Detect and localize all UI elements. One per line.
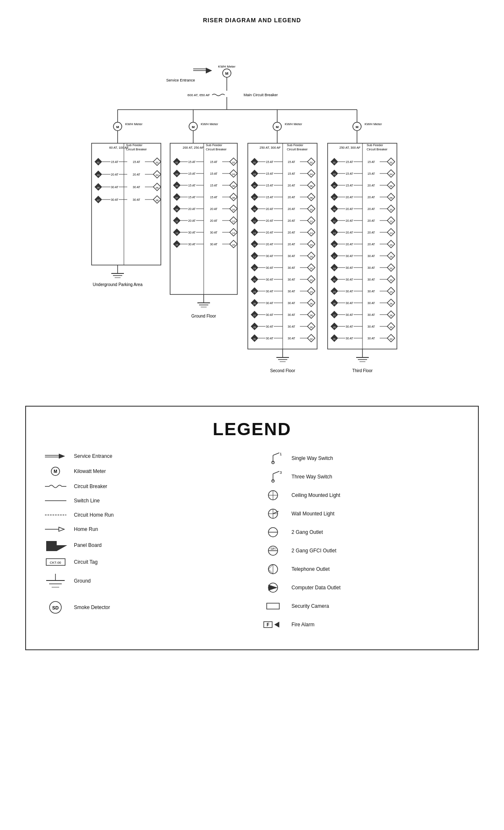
svg-text:30 AT: 30 AT [288,337,295,340]
svg-text:12: 12 [390,220,393,223]
svg-text:20 AT: 20 AT [346,196,353,199]
svg-text:20 AT: 20 AT [368,243,375,246]
svg-text:07: 07 [333,197,336,199]
legend-item-kwh: M Kilowatt Meter [43,466,244,476]
svg-text:06: 06 [390,185,393,187]
svg-text:15 AT: 15 AT [210,160,218,163]
svg-marker-471 [59,454,65,459]
legend-label-single-switch: Single Way Switch [291,455,333,461]
svg-text:20 AT: 20 AT [368,208,375,210]
legend-item-gfci-outlet: GFI 2 Gang GFCI Outlet [260,544,461,557]
svg-text:30 AT: 30 AT [368,266,375,269]
legend-item-switch-line: Switch Line [43,496,244,505]
svg-text:GFI: GFI [270,547,276,550]
svg-text:05: 05 [176,185,178,187]
svg-text:02: 02 [156,161,159,164]
svg-text:06: 06 [156,186,159,189]
svg-text:20 AT: 20 AT [346,231,353,234]
legend-item-security-camera: Security Camera [260,600,461,612]
svg-text:10: 10 [232,208,235,211]
svg-marker-479 [59,527,64,531]
legend-item-circuit-home-run: Circuit Home Run [43,511,244,519]
svg-marker-482 [57,545,67,551]
svg-text:200 AT, 250 AF: 200 AT, 250 AF [183,146,204,150]
svg-text:04: 04 [156,174,159,176]
legend-label-wall-light: Wall Mounted Light [291,511,334,517]
legend-label-computer-outlet: Computer Data Outlet [291,585,341,591]
legend-item-ceiling-light: Ceiling Mounted Light [260,489,461,502]
page-title: RISER DIAGRAM AND LEGEND [25,17,479,24]
legend-label-2gang-outlet: 2 Gang Outlet [291,529,323,535]
svg-text:17: 17 [333,255,336,258]
svg-text:19: 19 [253,267,256,270]
single-switch-icon: 1 [260,452,286,465]
legend-label-switch-line: Switch Line [74,498,100,504]
svg-text:KWH Meter: KWH Meter [201,122,218,126]
svg-text:30 AT: 30 AT [111,198,118,201]
three-switch-icon: 3 [260,470,286,483]
svg-text:15: 15 [176,244,178,246]
svg-text:30 AT: 30 AT [266,255,273,257]
circuit-tag-icon: CKT-00 [43,557,68,567]
svg-text:18: 18 [390,255,393,258]
legend-item-panel-board: Panel Board [43,539,244,551]
svg-text:Sub Feeder: Sub Feeder [287,143,304,147]
legend-item-ground: Ground [43,573,244,594]
legend-label-smoke-detector: Smoke Detector [74,604,110,610]
svg-text:03: 03 [333,173,336,176]
svg-text:30 AT: 30 AT [346,278,353,281]
legend-label-circuit-breaker: Circuit Breaker [74,483,107,489]
svg-text:30: 30 [390,326,393,328]
telephone-outlet-icon [260,563,286,575]
svg-text:03: 03 [253,173,256,176]
svg-text:15: 15 [333,244,336,246]
svg-text:15 AT: 15 AT [266,172,273,175]
svg-marker-512 [268,565,273,574]
svg-text:F: F [266,622,269,627]
legend-item-fire-alarm: F Fire Alarm [260,618,461,631]
svg-text:08: 08 [232,197,235,199]
svg-text:SD: SD [52,605,58,610]
svg-text:30 AT: 30 AT [288,302,295,305]
svg-text:30 AT: 30 AT [346,302,353,305]
svg-text:KWH Meter: KWH Meter [125,122,143,126]
svg-text:15 AT: 15 AT [288,160,295,163]
svg-text:20 AT: 20 AT [346,219,353,222]
svg-text:09: 09 [176,208,178,211]
svg-text:1: 1 [280,452,282,456]
svg-text:14: 14 [232,232,235,234]
svg-text:07: 07 [97,199,100,202]
svg-text:30 AT: 30 AT [346,266,353,269]
svg-text:05: 05 [97,186,100,189]
switch-line-icon [43,496,68,505]
svg-text:30 AT: 30 AT [266,313,273,316]
svg-text:31: 31 [333,338,336,340]
svg-text:25: 25 [253,302,256,305]
svg-text:17: 17 [253,255,256,258]
legend-label-kwh: Kilowatt Meter [74,468,106,474]
svg-text:250 AT, 300 AF: 250 AT, 300 AF [260,146,281,150]
svg-text:30 AT: 30 AT [368,302,375,305]
svg-text:04: 04 [390,173,393,176]
svg-text:M: M [192,125,195,129]
svg-text:250 AT, 300 AF: 250 AT, 300 AF [339,146,361,150]
svg-text:15 AT: 15 AT [346,172,353,175]
svg-text:30 AT: 30 AT [288,266,295,269]
svg-text:29: 29 [333,326,336,328]
2gang-outlet-icon [260,526,286,538]
svg-text:02: 02 [390,161,393,164]
svg-text:18: 18 [310,255,313,258]
fire-alarm-icon: F [260,618,286,631]
smoke-detector-icon: SD [43,600,68,615]
gfci-outlet-icon: GFI [260,544,286,557]
legend-label-panel-board: Panel Board [74,542,102,548]
svg-text:20 AT: 20 AT [346,243,353,246]
svg-text:24: 24 [310,291,313,293]
svg-text:30 AT: 30 AT [368,278,375,281]
svg-text:20 AT: 20 AT [368,196,375,199]
svg-text:30 AT: 30 AT [266,278,273,281]
svg-text:06: 06 [232,185,235,187]
svg-text:29: 29 [253,326,256,328]
svg-text:11: 11 [333,220,336,223]
svg-text:30 AT: 30 AT [288,290,295,293]
